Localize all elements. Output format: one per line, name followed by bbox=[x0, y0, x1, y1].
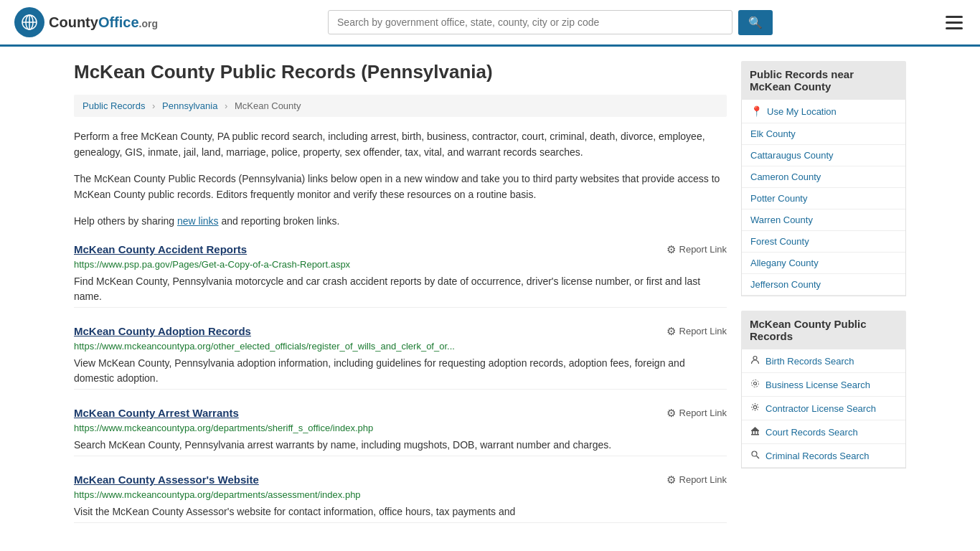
county-link[interactable]: Cattaraugus County bbox=[742, 145, 905, 166]
breadcrumb: Public Records › Pennsylvania › McKean C… bbox=[74, 95, 727, 117]
county-link[interactable]: Cameron County bbox=[742, 166, 905, 188]
svg-rect-9 bbox=[751, 434, 759, 435]
menu-line bbox=[946, 22, 963, 24]
mckean-records-section: McKean County Public Records Birth Recor… bbox=[741, 311, 906, 468]
report-link-icon: ⚙ bbox=[666, 243, 676, 256]
record-link-icon bbox=[750, 355, 760, 367]
report-link-button[interactable]: ⚙ Report Link bbox=[666, 407, 727, 420]
report-link-icon: ⚙ bbox=[666, 407, 676, 420]
breadcrumb-current: McKean County bbox=[235, 100, 301, 111]
search-area: 🔍 bbox=[328, 10, 773, 35]
header: CountyOffice.org 🔍 bbox=[0, 0, 980, 47]
report-link-button[interactable]: ⚙ Report Link bbox=[666, 474, 727, 486]
sidebar: Public Records near McKean County 📍 Use … bbox=[741, 61, 906, 540]
location-pin-icon: 📍 bbox=[750, 105, 763, 117]
sidebar-record-link: Criminal Records Search bbox=[742, 444, 905, 468]
record-link-icon bbox=[750, 379, 760, 390]
logo-area: CountyOffice.org bbox=[14, 7, 158, 37]
record-link-business-license-search[interactable]: Business License Search bbox=[742, 373, 905, 396]
record-link-contractor-license-search[interactable]: Contractor License Search bbox=[742, 397, 905, 420]
breadcrumb-sep2: › bbox=[225, 100, 227, 111]
help-paragraph: Help others by sharing new links and rep… bbox=[74, 213, 727, 229]
record-header: McKean County Assessor's Website ⚙ Repor… bbox=[74, 474, 727, 486]
record-header: McKean County Arrest Warrants ⚙ Report L… bbox=[74, 407, 727, 420]
report-link-label: Report Link bbox=[679, 326, 727, 336]
svg-line-16 bbox=[757, 456, 760, 459]
page-title: McKean County Public Records (Pennsylvan… bbox=[74, 61, 727, 83]
breadcrumb-sep: › bbox=[152, 100, 155, 111]
county-link[interactable]: Forest County bbox=[742, 231, 905, 253]
mckean-records-header: McKean County Public Records bbox=[741, 311, 906, 349]
record-description: Visit the McKean County Assessor's websi… bbox=[74, 504, 727, 519]
svg-marker-14 bbox=[751, 427, 759, 430]
breadcrumb-pennsylvania[interactable]: Pennsylvania bbox=[162, 100, 217, 111]
hamburger-menu-button[interactable] bbox=[943, 13, 966, 32]
report-link-button[interactable]: ⚙ Report Link bbox=[666, 243, 727, 256]
record-title-link[interactable]: McKean County Accident Reports bbox=[74, 243, 247, 255]
record-links-list: Birth Records Search Business License Se… bbox=[741, 349, 906, 468]
logo-text: CountyOffice.org bbox=[49, 14, 158, 31]
sidebar-record-link: Birth Records Search bbox=[742, 349, 905, 373]
new-links-link[interactable]: new links bbox=[177, 215, 219, 227]
menu-line bbox=[946, 27, 963, 29]
svg-point-8 bbox=[753, 405, 756, 408]
second-paragraph: The McKean County Public Records (Pennsy… bbox=[74, 171, 727, 203]
report-link-label: Report Link bbox=[679, 244, 727, 255]
record-link-label: Court Records Search bbox=[765, 427, 858, 438]
county-link[interactable]: Allegany County bbox=[742, 253, 905, 274]
help-before: Help others by sharing bbox=[74, 215, 177, 227]
record-link-birth-records-search[interactable]: Birth Records Search bbox=[742, 349, 905, 372]
sidebar-record-link: Contractor License Search bbox=[742, 397, 905, 420]
sidebar-record-link: Court Records Search bbox=[742, 420, 905, 444]
record-title-link[interactable]: McKean County Arrest Warrants bbox=[74, 407, 239, 419]
record-description: View McKean County, Pennsylvania adoptio… bbox=[74, 356, 727, 386]
county-link[interactable]: Potter County bbox=[742, 188, 905, 209]
county-link[interactable]: Jefferson County bbox=[742, 274, 905, 296]
use-my-location-link[interactable]: 📍 Use My Location bbox=[742, 100, 905, 123]
intro-paragraph: Perform a free McKean County, PA public … bbox=[74, 128, 727, 161]
breadcrumb-public-records[interactable]: Public Records bbox=[83, 100, 145, 111]
record-item: McKean County Assessor's Website ⚙ Repor… bbox=[74, 474, 727, 523]
county-link[interactable]: Warren County bbox=[742, 209, 905, 231]
search-input[interactable] bbox=[328, 10, 732, 34]
records-list: McKean County Accident Reports ⚙ Report … bbox=[74, 243, 727, 523]
report-link-label: Report Link bbox=[679, 474, 727, 485]
record-link-label: Birth Records Search bbox=[765, 356, 854, 367]
report-link-icon: ⚙ bbox=[666, 474, 676, 486]
record-link-label: Criminal Records Search bbox=[765, 451, 870, 461]
svg-rect-13 bbox=[758, 431, 759, 434]
svg-point-5 bbox=[753, 357, 757, 360]
report-link-button[interactable]: ⚙ Report Link bbox=[666, 325, 727, 338]
svg-rect-10 bbox=[751, 430, 759, 431]
record-link-criminal-records-search[interactable]: Criminal Records Search bbox=[742, 444, 905, 467]
svg-rect-11 bbox=[752, 431, 753, 434]
record-description: Find McKean County, Pennsylvania motorcy… bbox=[74, 274, 727, 304]
report-link-icon: ⚙ bbox=[666, 325, 676, 338]
record-item: McKean County Arrest Warrants ⚙ Report L… bbox=[74, 407, 727, 456]
county-link[interactable]: Elk County bbox=[742, 123, 905, 145]
report-link-label: Report Link bbox=[679, 408, 727, 418]
nearby-header: Public Records near McKean County bbox=[741, 61, 906, 100]
record-link-icon bbox=[750, 426, 760, 438]
help-after: and reporting broken links. bbox=[221, 215, 339, 227]
svg-point-6 bbox=[754, 382, 757, 385]
record-url: https://www.mckeancountypa.org/departmen… bbox=[74, 489, 727, 500]
sidebar-record-link: Business License Search bbox=[742, 373, 905, 397]
svg-point-7 bbox=[752, 380, 759, 387]
record-link-court-records-search[interactable]: Court Records Search bbox=[742, 420, 905, 443]
search-button[interactable]: 🔍 bbox=[738, 10, 773, 35]
record-link-icon bbox=[750, 402, 760, 414]
record-title-link[interactable]: McKean County Adoption Records bbox=[74, 325, 251, 337]
record-description: Search McKean County, Pennsylvania arres… bbox=[74, 438, 727, 453]
use-location-label: Use My Location bbox=[767, 106, 837, 117]
svg-point-15 bbox=[752, 451, 757, 456]
record-title-link[interactable]: McKean County Assessor's Website bbox=[74, 474, 259, 486]
logo-icon bbox=[14, 7, 44, 37]
nearby-section: Public Records near McKean County 📍 Use … bbox=[741, 61, 906, 296]
svg-rect-12 bbox=[755, 431, 756, 434]
record-url: https://www.psp.pa.gov/Pages/Get-a-Copy-… bbox=[74, 259, 727, 270]
record-link-label: Contractor License Search bbox=[765, 403, 876, 414]
record-item: McKean County Adoption Records ⚙ Report … bbox=[74, 325, 727, 390]
record-link-label: Business License Search bbox=[765, 380, 870, 390]
main-content: McKean County Public Records (Pennsylvan… bbox=[60, 47, 920, 551]
